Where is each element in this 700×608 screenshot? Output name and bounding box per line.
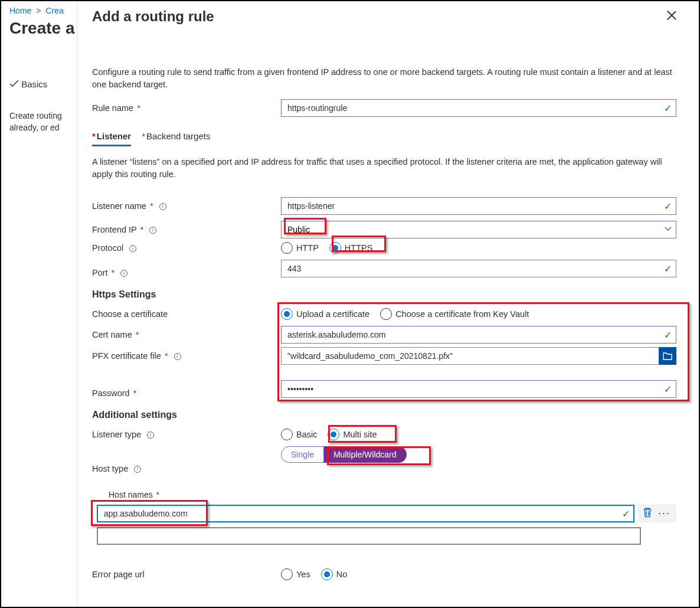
- protocol-https-radio[interactable]: HTTPS: [329, 242, 373, 254]
- cert-name-input[interactable]: [281, 326, 676, 344]
- breadcrumb-create-link[interactable]: Crea: [45, 6, 63, 15]
- listener-name-input[interactable]: [281, 197, 676, 215]
- wizard-step-label: Basics: [21, 79, 47, 89]
- listener-name-label: Listener name: [92, 201, 146, 211]
- info-icon[interactable]: [147, 432, 154, 439]
- host-name-row: ✓ ···: [97, 504, 676, 522]
- password-row: Password * ✓: [92, 380, 676, 398]
- required-indicator: *: [137, 103, 140, 113]
- cert-name-row: Cert name * ✓: [92, 326, 676, 344]
- more-options-button[interactable]: ···: [656, 507, 673, 519]
- additional-settings-heading: Additional settings: [92, 410, 676, 420]
- listener-description: A listener “listens” on a specified port…: [92, 156, 676, 181]
- info-icon[interactable]: [149, 227, 156, 234]
- browse-file-button[interactable]: [659, 347, 676, 365]
- listener-type-multisite-radio[interactable]: Multi site: [328, 429, 377, 440]
- host-name-row-empty: [97, 527, 676, 545]
- host-name-input[interactable]: [97, 505, 634, 522]
- cert-name-label: Cert name: [92, 330, 132, 339]
- frontend-ip-row: Frontend IP * Public: [92, 221, 676, 238]
- page-description: Create routing already, or ed: [9, 110, 74, 133]
- choose-certificate-label: Choose a certificate: [92, 309, 168, 319]
- listener-type-basic-radio[interactable]: Basic: [281, 429, 317, 440]
- checkmark-icon: [9, 79, 19, 89]
- valid-check-icon: ✓: [664, 329, 672, 341]
- blade-description: Configure a routing rule to send traffic…: [92, 66, 676, 91]
- port-label: Port: [92, 268, 108, 277]
- info-icon[interactable]: [174, 353, 181, 360]
- host-type-row: Host type Single Multiple/Wildcard: [92, 446, 676, 473]
- trash-icon: [642, 506, 653, 518]
- password-input[interactable]: [281, 380, 676, 398]
- pfx-file-label: PFX certificate file: [92, 351, 161, 361]
- pfx-file-input[interactable]: [281, 347, 659, 365]
- protocol-label: Protocol: [92, 243, 123, 253]
- host-type-multiple-button[interactable]: Multiple/Wildcard: [324, 446, 407, 463]
- https-settings-heading: Https Settings: [92, 289, 676, 300]
- valid-check-icon: ✓: [622, 508, 630, 519]
- error-page-no-radio[interactable]: No: [321, 568, 348, 580]
- listener-name-row: Listener name * ✓: [92, 197, 676, 215]
- info-icon[interactable]: [129, 245, 136, 252]
- listener-type-label: Listener type: [92, 430, 141, 439]
- host-type-single-button[interactable]: Single: [281, 446, 324, 463]
- rule-name-row: Rule name * ✓: [92, 99, 676, 117]
- host-name-input-empty[interactable]: [97, 527, 641, 545]
- upload-certificate-radio[interactable]: Upload a certificate: [281, 308, 369, 320]
- info-icon[interactable]: [134, 466, 141, 473]
- valid-check-icon: ✓: [664, 201, 672, 212]
- password-label: Password: [92, 388, 130, 398]
- host-type-toggle: Single Multiple/Wildcard: [281, 446, 407, 463]
- error-page-yes-radio[interactable]: Yes: [281, 568, 310, 580]
- host-names-label: Host names: [109, 490, 153, 499]
- info-icon[interactable]: [159, 203, 166, 210]
- breadcrumb-home-link[interactable]: Home: [9, 6, 31, 15]
- port-row: Port * ✓: [92, 260, 676, 277]
- folder-icon: [663, 352, 672, 360]
- rule-name-label: Rule name: [92, 103, 133, 113]
- valid-check-icon: ✓: [664, 103, 672, 114]
- chevron-right-icon: >: [36, 6, 41, 15]
- pfx-file-row: PFX certificate file *: [92, 347, 676, 365]
- routing-rule-blade: Add a routing rule Configure a routing r…: [78, 1, 691, 599]
- host-type-label: Host type: [92, 464, 128, 473]
- protocol-http-radio[interactable]: HTTP: [281, 242, 319, 254]
- protocol-row: Protocol HTTP HTTPS: [92, 242, 676, 254]
- blade-title: Add a routing rule: [92, 8, 676, 25]
- port-input[interactable]: [281, 260, 676, 277]
- valid-check-icon: ✓: [664, 384, 672, 395]
- choose-certificate-row: Choose a certificate Upload a certificat…: [92, 308, 676, 320]
- delete-host-button[interactable]: [642, 506, 653, 520]
- keyvault-certificate-radio[interactable]: Choose a certificate from Key Vault: [380, 308, 529, 320]
- info-icon[interactable]: [120, 270, 127, 277]
- error-page-url-label: Error page url: [92, 570, 145, 579]
- error-page-url-row: Error page url Yes No: [92, 568, 676, 580]
- listener-type-row: Listener type Basic Multi site: [92, 429, 676, 440]
- tab-listener[interactable]: *Listener: [92, 131, 131, 146]
- valid-check-icon: ✓: [664, 263, 672, 274]
- close-icon[interactable]: [667, 11, 676, 20]
- rule-name-input[interactable]: [281, 99, 676, 117]
- frontend-ip-label: Frontend IP: [92, 225, 137, 234]
- tabs: *Listener *Backend targets: [92, 131, 676, 146]
- frontend-ip-select[interactable]: Public: [281, 221, 676, 238]
- tab-backend-targets[interactable]: *Backend targets: [142, 131, 210, 146]
